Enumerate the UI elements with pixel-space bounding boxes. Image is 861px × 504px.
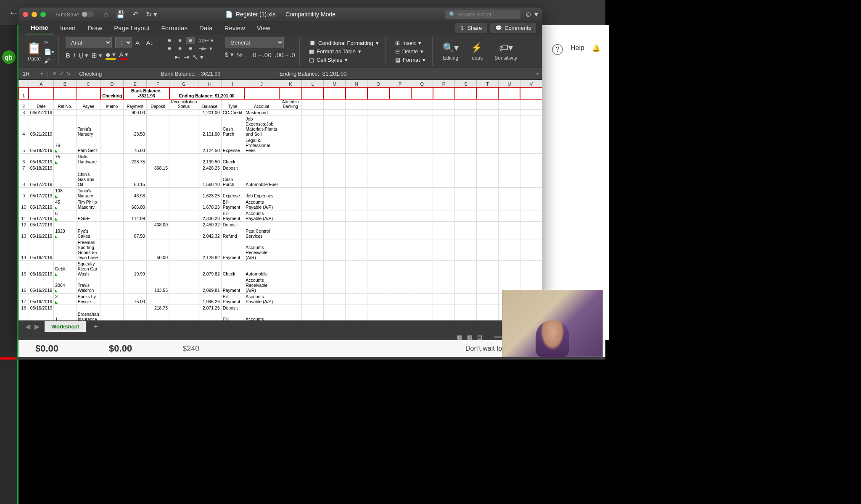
bold-button[interactable]: B xyxy=(66,52,70,59)
table-row[interactable]: 705/18/2019868.152,428.25Deposit xyxy=(19,165,542,171)
borders-icon[interactable]: ⊞ ▾ xyxy=(92,52,102,59)
search-input[interactable]: 🔍 Search Sheet xyxy=(445,10,520,19)
menu-draw[interactable]: Draw xyxy=(82,22,108,34)
view-page-layout-icon[interactable]: ▥ xyxy=(467,334,472,340)
col-header[interactable]: B xyxy=(54,80,76,88)
editing-button[interactable]: 🔍▾Editing xyxy=(439,41,462,63)
table-row[interactable]: 405/21/2019Tania's Nursery23.502,101.00C… xyxy=(19,116,542,137)
wrap-text-icon[interactable]: ab↩ ▾ xyxy=(198,37,214,44)
row-header[interactable]: 15 xyxy=(19,261,29,277)
share-button[interactable]: ⇪Share xyxy=(455,23,487,33)
row-header[interactable]: 13 xyxy=(19,228,29,239)
sensitivity-button[interactable]: 🏷▾Sensitivity xyxy=(491,41,520,63)
row-header[interactable]: 17 xyxy=(19,294,29,305)
row-header[interactable]: 11 xyxy=(19,210,29,222)
home-icon[interactable]: ⌂ xyxy=(104,10,108,19)
row-header[interactable]: 19 xyxy=(19,311,29,321)
increase-font-icon[interactable]: A↑ xyxy=(135,39,143,46)
table-row[interactable]: 1805/16/2019218.752,071.26Deposit xyxy=(19,305,542,311)
format-as-table-button[interactable]: ▦Format as Table ▾ xyxy=(306,48,381,55)
row-header[interactable]: 14 xyxy=(19,239,29,261)
accept-formula-icon[interactable]: ✓ xyxy=(59,71,64,77)
col-header[interactable]: L xyxy=(302,80,324,88)
window-minimize-icon[interactable] xyxy=(32,12,37,17)
col-header[interactable]: C xyxy=(76,80,100,88)
row-header[interactable]: 2 xyxy=(19,99,29,110)
row-header[interactable]: 1 xyxy=(19,88,29,99)
align-left-icon[interactable]: ≡ xyxy=(165,45,174,52)
font-name-select[interactable]: Arial xyxy=(66,37,112,48)
view-normal-icon[interactable]: ▦ xyxy=(457,334,462,340)
video-progress[interactable] xyxy=(0,357,605,360)
col-header[interactable]: M xyxy=(324,80,346,88)
fill-color-icon[interactable]: ◆ ▾ xyxy=(106,51,116,60)
menu-formulas[interactable]: Formulas xyxy=(155,22,193,34)
col-header[interactable]: D xyxy=(100,80,124,88)
align-right-icon[interactable]: ≡ xyxy=(186,45,195,52)
font-size-select[interactable]: 10 xyxy=(115,37,132,48)
percent-icon[interactable]: % xyxy=(237,51,243,58)
spreadsheet-grid[interactable]: ABCDEFGHIJKLMNOPQRSTUV1CheckingBank Bala… xyxy=(18,80,542,320)
col-header[interactable]: O xyxy=(367,80,389,88)
row-header[interactable]: 4 xyxy=(19,116,29,137)
help-question-icon[interactable]: ? xyxy=(552,44,563,55)
ideas-button[interactable]: ⚡Ideas xyxy=(467,41,486,63)
add-sheet-button[interactable]: ＋ xyxy=(87,320,104,333)
comma-icon[interactable]: , xyxy=(246,51,248,58)
col-header[interactable]: I xyxy=(221,80,244,88)
align-middle-icon[interactable]: ≡ xyxy=(175,37,185,44)
row-header[interactable]: 12 xyxy=(19,222,29,228)
decrease-indent-icon[interactable]: ⇤ xyxy=(175,53,180,61)
format-cells-button[interactable]: ▤Format ▾ xyxy=(393,56,428,63)
view-page-break-icon[interactable]: ▤ xyxy=(477,334,482,340)
align-bottom-icon[interactable]: ≡ xyxy=(186,37,195,44)
tab-prev-icon[interactable]: ◀ xyxy=(25,323,30,331)
row-header[interactable]: 3 xyxy=(19,110,29,116)
cancel-formula-icon[interactable]: ✕ xyxy=(52,71,57,77)
col-header[interactable]: R xyxy=(433,80,455,88)
table-row[interactable]: 1105/17/20196◣PG&E114.092,336.23Bill Pay… xyxy=(19,210,542,222)
table-row[interactable]: 1605/16/20192064◣Travis Waldron103.552,0… xyxy=(19,277,542,294)
copy-icon[interactable]: 📄▾ xyxy=(44,48,54,55)
italic-button[interactable]: I xyxy=(74,52,75,59)
browser-back-icon[interactable]: ← xyxy=(8,6,19,19)
font-color-icon[interactable]: A ▾ xyxy=(119,51,128,60)
align-center-icon[interactable]: ≡ xyxy=(175,45,185,52)
table-row[interactable]: 1905/15/20191◣Brosnahan Insurance Agency… xyxy=(19,311,542,321)
col-header[interactable]: K xyxy=(279,80,302,88)
decrease-decimal-icon[interactable]: .00→.0 xyxy=(275,51,295,58)
col-header[interactable]: G xyxy=(169,80,198,88)
col-header[interactable]: A xyxy=(29,80,54,88)
format-painter-icon[interactable]: 🖌 xyxy=(44,58,54,64)
quickbooks-logo-icon[interactable]: qb xyxy=(2,50,16,64)
help-link[interactable]: Help xyxy=(570,44,584,52)
row-header[interactable]: 6 xyxy=(19,154,29,165)
menu-page-layout[interactable]: Page Layout xyxy=(108,22,155,34)
decrease-font-icon[interactable]: A↓ xyxy=(146,39,154,46)
col-header[interactable]: V xyxy=(520,80,542,88)
table-row[interactable]: 306/01/2019900.001,201.00CC-CreditMaster… xyxy=(19,110,542,116)
toggle-off-icon[interactable] xyxy=(82,11,94,17)
tab-worksheet[interactable]: Worksheet xyxy=(45,321,86,332)
col-header[interactable]: T xyxy=(477,80,499,88)
tab-next-icon[interactable]: ▶ xyxy=(34,323,40,331)
paste-button[interactable]: 📋 Paste xyxy=(27,41,42,62)
cell-styles-button[interactable]: ▢Cell Styles ▾ xyxy=(306,56,381,63)
fx-icon[interactable]: fx xyxy=(66,71,71,77)
table-row[interactable]: 1205/17/2019408.002,450.32Deposit xyxy=(19,222,542,228)
menu-home[interactable]: Home xyxy=(25,21,54,34)
zoom-out-icon[interactable]: − xyxy=(486,334,490,340)
comments-button[interactable]: 💬Comments xyxy=(490,23,536,33)
menu-insert[interactable]: Insert xyxy=(54,22,82,34)
table-row[interactable]: 505/18/201976◣Pam Seitz75.002,124.50Expe… xyxy=(19,137,542,154)
row-header[interactable]: 10 xyxy=(19,199,29,210)
col-header[interactable]: H xyxy=(198,80,222,88)
table-row[interactable]: 805/17/2019Chin's Gas and Oil63.151,560.… xyxy=(19,171,542,188)
increase-decimal-icon[interactable]: .0→.00 xyxy=(251,51,271,58)
delete-cells-button[interactable]: ⊟Delete ▾ xyxy=(393,48,428,55)
menu-view[interactable]: View xyxy=(251,22,276,34)
col-header[interactable]: N xyxy=(346,80,367,88)
menu-data[interactable]: Data xyxy=(193,22,219,34)
col-header[interactable]: F xyxy=(146,80,169,88)
orientation-icon[interactable]: ⤡ ▾ xyxy=(193,53,203,61)
